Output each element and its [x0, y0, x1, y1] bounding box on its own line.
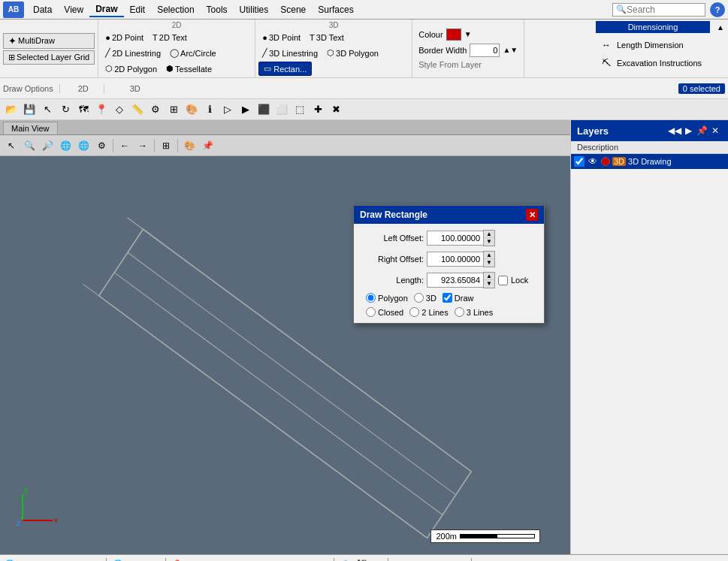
- excavation-instructions-button[interactable]: ⛏ Excavation Instructions: [596, 54, 710, 72]
- 2d-section-label: 2D: [101, 21, 252, 29]
- left-offset-down[interactable]: ▼: [484, 238, 494, 246]
- 3d-section-label: 3D: [258, 21, 409, 29]
- save-button[interactable]: 💾: [21, 101, 38, 118]
- menu-tools[interactable]: Tools: [201, 3, 234, 17]
- colour-dropdown-icon[interactable]: ▼: [464, 30, 472, 38]
- help-button[interactable]: ?: [710, 2, 725, 17]
- layer-visible-checkbox[interactable]: [574, 156, 585, 167]
- menu-edit[interactable]: Edit: [124, 3, 152, 17]
- select-tool2[interactable]: ▶: [237, 101, 254, 118]
- layers-forward-button[interactable]: ▶: [681, 124, 695, 137]
- 3d-radio[interactable]: 3D: [414, 293, 436, 303]
- main-view-tab[interactable]: Main View: [3, 122, 58, 134]
- canvas-drawing[interactable]: y x z 200m Draw Rectangle ✕: [0, 156, 570, 554]
- menu-selection[interactable]: Selection: [151, 3, 200, 17]
- cursor-tool[interactable]: ↖: [39, 101, 56, 118]
- layers-back-button[interactable]: ◀◀: [668, 124, 681, 137]
- palette-button[interactable]: 🎨: [181, 137, 198, 154]
- map-tool[interactable]: 🗺: [75, 101, 92, 118]
- length-down[interactable]: ▼: [484, 280, 494, 288]
- grid-tool[interactable]: ⊞: [165, 101, 182, 118]
- settings-tool[interactable]: ⚙: [147, 101, 164, 118]
- text-icon: T: [153, 33, 158, 42]
- globe-button[interactable]: 🌐: [57, 137, 74, 154]
- length-value[interactable]: [427, 273, 483, 288]
- 2d-polygon-button[interactable]: ⬡ 2D Polygon: [101, 62, 161, 76]
- settings-button[interactable]: ⚙: [93, 137, 110, 154]
- 3d-point-button[interactable]: ● 3D Point: [258, 31, 304, 44]
- length-dimension-button[interactable]: ↔ Length Dimension: [596, 36, 710, 54]
- length-spin[interactable]: ▲ ▼: [483, 272, 495, 288]
- length-input[interactable]: ▲ ▼: [427, 272, 495, 288]
- menu-scene[interactable]: Scene: [274, 3, 312, 17]
- lock-checkbox[interactable]: [498, 276, 508, 285]
- left-offset-input[interactable]: ▲ ▼: [427, 230, 495, 246]
- left-offset-up[interactable]: ▲: [484, 231, 494, 238]
- select-tool5[interactable]: ⬚: [292, 101, 308, 118]
- 2d-point-button[interactable]: ● 2D Point: [101, 31, 147, 44]
- open-file-button[interactable]: 📂: [3, 101, 20, 118]
- pin-button[interactable]: 📌: [199, 137, 216, 154]
- arc-circle-button[interactable]: ◯ Arc/Circle: [166, 46, 220, 60]
- info-tool[interactable]: ℹ: [201, 101, 218, 118]
- border-width-input[interactable]: [470, 44, 500, 57]
- shape-tool[interactable]: ◇: [111, 101, 128, 118]
- select-tool4[interactable]: ⬜: [273, 101, 290, 118]
- polygon-radio[interactable]: Polygon: [366, 293, 408, 303]
- menu-data[interactable]: Data: [27, 3, 58, 17]
- layers-close-button[interactable]: ✕: [708, 124, 722, 137]
- right-offset-input[interactable]: ▲ ▼: [427, 251, 495, 267]
- right-offset-spin[interactable]: ▲ ▼: [483, 251, 495, 267]
- layers-pin-button[interactable]: 📌: [695, 124, 708, 137]
- menu-utilities[interactable]: Utilities: [234, 3, 275, 17]
- layer-row[interactable]: 👁 3D 3D Drawing: [571, 154, 728, 169]
- dialog-close-button[interactable]: ✕: [526, 209, 538, 221]
- border-width-spin-icon[interactable]: ▲▼: [503, 46, 518, 54]
- selected-layer-grid-button[interactable]: ⊞ Selected Layer Grid: [3, 50, 95, 65]
- color-tool[interactable]: 🎨: [183, 101, 200, 118]
- 3d-polygon-button[interactable]: ⬡ 3D Polygon: [323, 46, 382, 60]
- right-offset-value[interactable]: [427, 252, 483, 267]
- left-offset-value[interactable]: [427, 231, 483, 246]
- select-tool7[interactable]: ✖: [328, 101, 344, 118]
- zoom-in-button[interactable]: 🔍: [21, 137, 38, 154]
- marker-tool[interactable]: 📍: [93, 101, 110, 118]
- multidraw-button[interactable]: ✦ MultiDraw: [3, 33, 95, 49]
- forward-button[interactable]: →: [134, 137, 151, 154]
- arrow-select-tool[interactable]: ↖: [3, 137, 20, 154]
- 3d-linestring-button[interactable]: ╱ 3D Linestring: [258, 46, 322, 60]
- right-offset-down[interactable]: ▼: [484, 259, 494, 267]
- select-tool6[interactable]: ✚: [310, 101, 326, 118]
- 2d-text-button[interactable]: T 2D Text: [149, 31, 191, 44]
- search-input[interactable]: [627, 5, 702, 15]
- length-up[interactable]: ▲: [484, 273, 494, 280]
- back-button[interactable]: ←: [116, 137, 133, 154]
- dialog-title-bar[interactable]: Draw Rectangle ✕: [354, 206, 544, 224]
- rectangle-button[interactable]: ▭ Rectan...: [258, 62, 312, 76]
- zoom-out-button[interactable]: 🔎: [39, 137, 56, 154]
- search-box[interactable]: 🔍: [612, 3, 705, 17]
- draw-check[interactable]: Draw: [443, 293, 474, 303]
- 2lines-radio[interactable]: 2 Lines: [409, 307, 448, 317]
- colour-picker[interactable]: [446, 29, 461, 41]
- arc-icon: ◯: [170, 48, 179, 58]
- select-tool1[interactable]: ▷: [219, 101, 236, 118]
- menu-view[interactable]: View: [58, 3, 89, 17]
- 2d-linestring-button[interactable]: ╱ 2D Linestring: [101, 46, 165, 60]
- grid-view-button[interactable]: ⊞: [158, 137, 174, 154]
- select-tool3[interactable]: ⬛: [255, 101, 272, 118]
- menu-draw[interactable]: Draw: [89, 2, 123, 17]
- orbit-button[interactable]: 🌐: [75, 137, 92, 154]
- right-offset-up[interactable]: ▲: [484, 252, 494, 259]
- lock-label[interactable]: Lock: [511, 276, 528, 285]
- left-offset-spin[interactable]: ▲ ▼: [483, 230, 495, 246]
- collapse-button[interactable]: ▲: [714, 21, 726, 33]
- measure-tool[interactable]: 📏: [129, 101, 146, 118]
- 3d-text-button[interactable]: T 3D Text: [306, 31, 348, 44]
- tessellate-button[interactable]: ⬢ Tessellate: [162, 62, 216, 76]
- menubar: AB Data View Draw Edit Selection Tools U…: [0, 0, 728, 20]
- 3lines-radio[interactable]: 3 Lines: [455, 307, 493, 317]
- rotate-tool[interactable]: ↻: [57, 101, 74, 118]
- closed-radio[interactable]: Closed: [366, 307, 403, 317]
- menu-surfaces[interactable]: Surfaces: [312, 3, 359, 17]
